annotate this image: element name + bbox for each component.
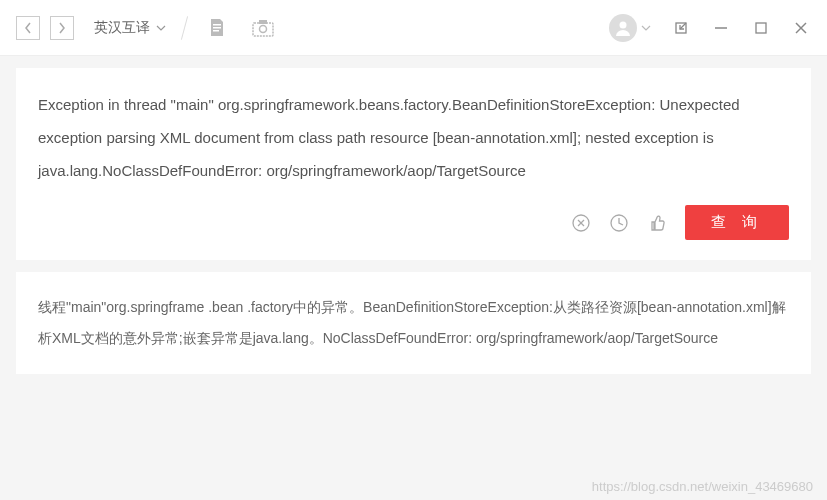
query-button[interactable]: 查 询 — [685, 205, 789, 240]
svg-point-4 — [260, 25, 267, 32]
clear-button[interactable] — [571, 213, 591, 233]
close-button[interactable] — [791, 18, 811, 38]
chevron-down-icon — [156, 25, 166, 31]
thumbs-up-icon — [647, 213, 667, 233]
svg-rect-2 — [213, 30, 219, 32]
svg-rect-9 — [756, 23, 766, 33]
maximize-button[interactable] — [751, 18, 771, 38]
toolbar-right — [609, 14, 811, 42]
chevron-left-icon — [23, 22, 33, 34]
document-button[interactable] — [203, 14, 231, 42]
toolbar: 英汉互译 — [0, 0, 827, 56]
like-button[interactable] — [647, 213, 667, 233]
svg-rect-0 — [213, 24, 221, 26]
svg-point-6 — [620, 21, 627, 28]
divider — [181, 16, 188, 39]
history-button[interactable] — [609, 213, 629, 233]
translation-mode-select[interactable]: 英汉互译 — [94, 19, 166, 37]
input-panel: Exception in thread "main" org.springfra… — [16, 68, 811, 260]
watermark: https://blog.csdn.net/weixin_43469680 — [592, 479, 813, 494]
back-button[interactable] — [16, 16, 40, 40]
source-text[interactable]: Exception in thread "main" org.springfra… — [38, 88, 789, 187]
camera-button[interactable] — [249, 14, 277, 42]
forward-button[interactable] — [50, 16, 74, 40]
camera-icon — [252, 19, 274, 37]
chevron-right-icon — [57, 22, 67, 34]
user-menu[interactable] — [609, 14, 651, 42]
avatar-icon — [609, 14, 637, 42]
mode-label: 英汉互译 — [94, 19, 150, 37]
document-icon — [208, 18, 226, 38]
maximize-icon — [754, 21, 768, 35]
chevron-down-icon — [641, 25, 651, 31]
clear-icon — [571, 213, 591, 233]
svg-rect-5 — [259, 20, 267, 24]
popout-icon — [673, 20, 689, 36]
translation-text: 线程"main"org.springframe .bean .factory中的… — [38, 292, 789, 354]
svg-rect-1 — [213, 27, 221, 29]
minimize-button[interactable] — [711, 18, 731, 38]
close-icon — [794, 21, 808, 35]
popout-button[interactable] — [671, 18, 691, 38]
action-row: 查 询 — [38, 205, 789, 240]
history-icon — [609, 213, 629, 233]
output-panel: 线程"main"org.springframe .bean .factory中的… — [16, 272, 811, 374]
minimize-icon — [714, 21, 728, 35]
